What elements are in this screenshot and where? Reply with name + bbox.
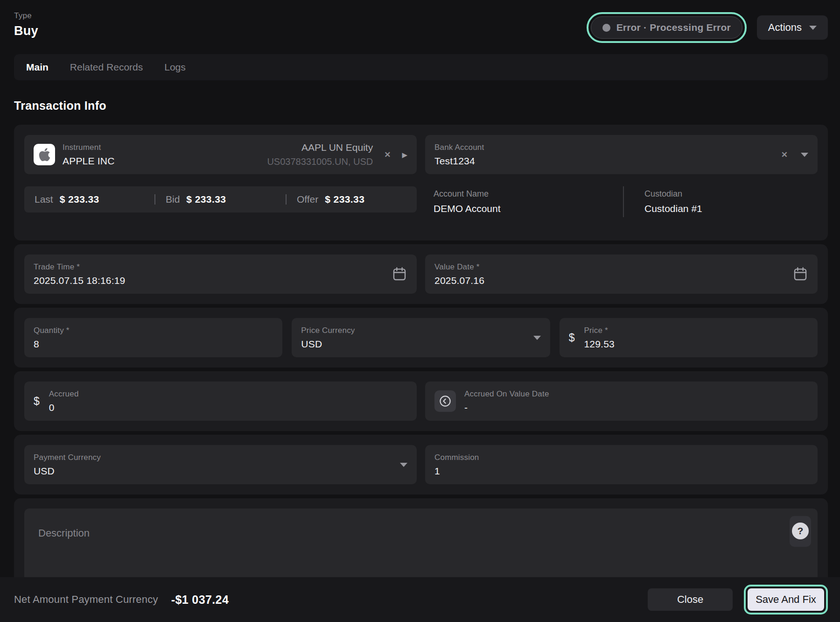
payment-currency-dropdown-icon[interactable] bbox=[400, 463, 407, 467]
question-icon: ? bbox=[792, 523, 809, 539]
trade-time-field[interactable]: Trade Time * 2025.07.15 18:16:19 bbox=[24, 254, 417, 294]
actions-button[interactable]: Actions bbox=[757, 15, 828, 40]
chevron-down-icon bbox=[809, 26, 817, 30]
topbar-actions: Error · Processing Error Actions bbox=[587, 12, 828, 43]
quote-last: Last $ 233.33 bbox=[24, 194, 154, 205]
accrued-on-value-date-value: - bbox=[464, 402, 549, 413]
price-field[interactable]: $ Price * 129.53 bbox=[560, 318, 818, 357]
payment-currency-value: USD bbox=[34, 466, 101, 477]
instrument-panel: Instrument APPLE INC AAPL UN Equity US03… bbox=[14, 125, 828, 240]
clear-instrument-icon[interactable]: ✕ bbox=[384, 151, 391, 159]
value-date-value: 2025.07.16 bbox=[434, 275, 484, 286]
accrued-field[interactable]: $ Accrued 0 bbox=[24, 382, 417, 421]
help-button[interactable]: ? bbox=[790, 516, 811, 547]
custodian-value: Custodian #1 bbox=[644, 203, 809, 214]
status-badge-highlight-ring: Error · Processing Error bbox=[587, 12, 747, 43]
quote-last-value: $ 233.33 bbox=[60, 194, 99, 205]
close-button[interactable]: Close bbox=[648, 588, 733, 611]
quote-bid-value: $ 233.33 bbox=[186, 194, 226, 205]
accrued-label: Accrued bbox=[49, 389, 79, 399]
quantity-value-block: Quantity * 8 bbox=[34, 326, 70, 350]
payment-currency-label: Payment Currency bbox=[34, 453, 101, 462]
section-title: Transaction Info bbox=[14, 99, 826, 113]
bank-account-label: Bank Account bbox=[434, 143, 484, 152]
payment-currency-field[interactable]: Payment Currency USD bbox=[24, 445, 417, 484]
trade-time-label: Trade Time * bbox=[34, 262, 125, 272]
transaction-detail-page: Type Buy Error · Processing Error Action… bbox=[0, 0, 840, 622]
dollar-icon: $ bbox=[34, 395, 40, 408]
price-currency-value: USD bbox=[301, 339, 355, 350]
commission-value: 1 bbox=[434, 466, 479, 477]
dates-panel: Trade Time * 2025.07.15 18:16:19 Value D… bbox=[14, 244, 828, 304]
value-date-value-block: Value Date * 2025.07.16 bbox=[434, 262, 484, 286]
page-title: Buy bbox=[14, 24, 38, 38]
dollar-icon: $ bbox=[569, 332, 575, 344]
payment-currency-value-block: Payment Currency USD bbox=[34, 453, 101, 477]
instrument-value: APPLE INC bbox=[63, 156, 115, 167]
type-block: Type Buy bbox=[14, 11, 38, 38]
quantity-value: 8 bbox=[34, 339, 70, 350]
calendar-icon[interactable] bbox=[792, 266, 808, 282]
pricing-panel: Quantity * 8 Price Currency USD $ Price … bbox=[14, 308, 828, 368]
trade-time-value: 2025.07.15 18:16:19 bbox=[34, 275, 125, 286]
save-and-fix-button[interactable]: Save And Fix bbox=[748, 588, 824, 611]
accrued-on-value-date-block: Accrued On Value Date - bbox=[464, 389, 549, 413]
actions-button-label: Actions bbox=[768, 21, 802, 34]
price-currency-dropdown-icon[interactable] bbox=[533, 336, 541, 340]
price-label: Price * bbox=[584, 326, 614, 335]
account-name-block: Account Name DEMO Account bbox=[434, 189, 623, 214]
arrow-left-circle-icon[interactable] bbox=[434, 390, 456, 412]
apple-icon bbox=[34, 144, 55, 165]
net-amount-block: Net Amount Payment Currency -$1 037.24 bbox=[14, 593, 229, 607]
instrument-label: Instrument bbox=[63, 143, 115, 152]
account-name-value: DEMO Account bbox=[434, 203, 623, 214]
quantity-label: Quantity * bbox=[34, 326, 70, 335]
instrument-field[interactable]: Instrument APPLE INC AAPL UN Equity US03… bbox=[24, 135, 417, 174]
quantity-field[interactable]: Quantity * 8 bbox=[24, 318, 282, 357]
tab-main[interactable]: Main bbox=[26, 62, 49, 73]
footer-buttons: Close Save And Fix bbox=[648, 585, 828, 615]
account-name-label: Account Name bbox=[434, 189, 623, 199]
trade-time-value-block: Trade Time * 2025.07.15 18:16:19 bbox=[34, 262, 125, 286]
quote-offer: Offer $ 233.33 bbox=[287, 194, 417, 205]
price-value: 129.53 bbox=[584, 339, 614, 350]
quote-offer-value: $ 233.33 bbox=[325, 194, 364, 205]
instrument-identifier: US0378331005.UN, USD bbox=[267, 156, 373, 167]
accrued-value: 0 bbox=[49, 402, 79, 413]
save-button-highlight-ring: Save And Fix bbox=[744, 585, 828, 615]
bank-account-value-block: Bank Account Test1234 bbox=[434, 143, 484, 167]
open-instrument-icon[interactable]: ▶ bbox=[402, 151, 407, 158]
topbar: Type Buy Error · Processing Error Action… bbox=[0, 0, 840, 43]
accrued-on-value-date-label: Accrued On Value Date bbox=[464, 389, 549, 399]
status-dot-icon bbox=[602, 24, 610, 32]
bank-account-dropdown-icon[interactable] bbox=[801, 153, 808, 157]
market-quotes-bar: Last $ 233.33 Bid $ 233.33 Offer $ 233.3… bbox=[24, 186, 417, 212]
value-date-field[interactable]: Value Date * 2025.07.16 bbox=[425, 254, 818, 294]
price-value-block: Price * 129.53 bbox=[584, 326, 614, 350]
footer-bar: Net Amount Payment Currency -$1 037.24 C… bbox=[0, 577, 840, 622]
instrument-ticker: AAPL UN Equity bbox=[267, 142, 373, 153]
type-label: Type bbox=[14, 11, 38, 21]
bank-account-field[interactable]: Bank Account Test1234 ✕ bbox=[425, 135, 818, 174]
quote-bid-label: Bid bbox=[166, 194, 180, 205]
account-info-block: Account Name DEMO Account Custodian Cust… bbox=[425, 186, 818, 217]
price-currency-field[interactable]: Price Currency USD bbox=[292, 318, 550, 357]
tab-logs[interactable]: Logs bbox=[164, 62, 186, 73]
accrued-on-value-date-field[interactable]: Accrued On Value Date - bbox=[425, 382, 818, 421]
status-badge[interactable]: Error · Processing Error bbox=[591, 16, 742, 39]
calendar-icon[interactable] bbox=[392, 266, 407, 282]
clear-bank-account-icon[interactable]: ✕ bbox=[781, 151, 788, 159]
bank-account-value: Test1234 bbox=[434, 156, 484, 167]
status-badge-label: Error · Processing Error bbox=[616, 22, 731, 33]
commission-label: Commission bbox=[434, 453, 479, 462]
quote-last-label: Last bbox=[35, 194, 53, 205]
custodian-block: Custodian Custodian #1 bbox=[624, 189, 809, 214]
price-currency-label: Price Currency bbox=[301, 326, 355, 335]
commission-field[interactable]: Commission 1 bbox=[425, 445, 818, 484]
net-amount-label: Net Amount Payment Currency bbox=[14, 594, 158, 606]
value-date-label: Value Date * bbox=[434, 262, 484, 272]
quote-bid: Bid $ 233.33 bbox=[155, 194, 286, 205]
net-amount-value: -$1 037.24 bbox=[171, 593, 229, 607]
payment-panel: Payment Currency USD Commission 1 bbox=[14, 435, 828, 495]
tab-related-records[interactable]: Related Records bbox=[70, 62, 143, 73]
